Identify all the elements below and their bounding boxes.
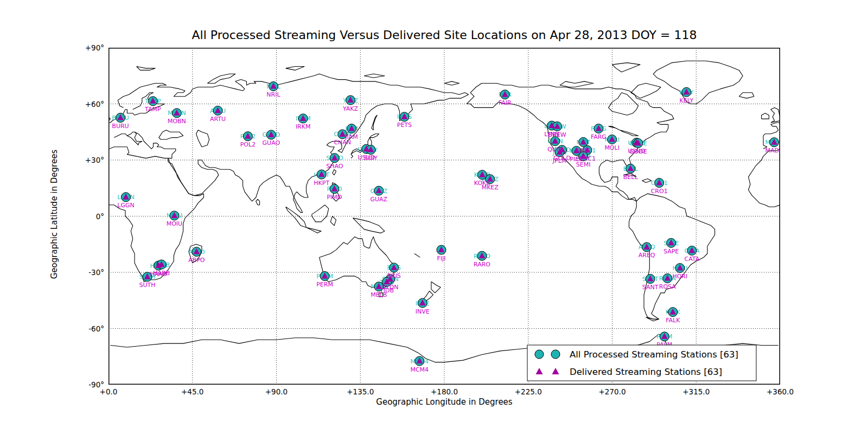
station-label-magenta-MKEZ: MKEZ [482, 184, 499, 191]
legend-entry-label: Delivered Streaming Stations [63] [570, 367, 722, 377]
y-tick: +30° [72, 156, 104, 164]
station-label-magenta-NIST: NIST [577, 147, 590, 154]
station-label-magenta-AREQ: AREQ [639, 252, 655, 259]
station-label-magenta-GODE: GODE [629, 148, 647, 155]
y-tick: 0° [72, 212, 104, 221]
station-label-magenta-PERM: PERM [316, 281, 333, 288]
y-tick: -60° [72, 324, 104, 333]
station-label-magenta-PIMO: PIMO [327, 194, 342, 201]
station-label-magenta-BELL: BELL [623, 174, 639, 181]
x-tick: +360.0 [758, 387, 802, 396]
station-label-magenta-SHAO: SHAO [326, 163, 343, 170]
station-label-magenta-BURU: BURU [112, 123, 129, 130]
station-label-magenta-JPLM: JPLM [552, 157, 567, 164]
station-label-magenta-GUAZ: GUAZ [370, 196, 387, 203]
station-label-magenta-MCM4: MCM4 [410, 366, 429, 373]
station-label-magenta-FAIR: FAIR [499, 99, 512, 106]
chart-title: All Processed Streaming Versus Delivered… [108, 28, 780, 42]
x-tick: +45.0 [171, 387, 214, 396]
station-label-magenta-KELY: KELY [680, 97, 694, 104]
station-label-magenta-INVE: INVE [416, 308, 430, 315]
station-label-magenta-MOBN: MOBN [168, 118, 186, 125]
station-label-magenta-GUAO: GUAO [263, 139, 280, 146]
station-label-magenta-IRKM: IRKM [296, 123, 311, 130]
station-label-magenta-HORI: HORI [672, 273, 687, 280]
station-label-magenta-ROSA: ROSA [659, 283, 676, 290]
station-label-magenta-MOIU: MOIU [167, 220, 182, 227]
x-axis-label: Geographic Longitude in Degrees [108, 397, 780, 407]
station-label-magenta-NRIL: NRIL [266, 91, 280, 98]
x-tick: +135.0 [339, 387, 382, 396]
station-label-magenta-CATA: CATA [684, 256, 699, 263]
station-label-magenta-LGGN: LGGN [117, 202, 134, 209]
station-label-magenta-SUTH: SUTH [139, 282, 156, 289]
station-label-magenta-QUIN: QUIN [547, 146, 563, 153]
station-label-magenta-MADR: MADR [765, 147, 780, 154]
station-label-magenta-MOLI: MOLI [604, 144, 620, 151]
station-label-magenta-MELB: MELB [371, 291, 387, 298]
delivered-station-labels: BURUTAMPMOBNARTUPOL2GUAONRILIRKMYAKZPETS… [112, 91, 780, 373]
legend-circle-icon [535, 350, 544, 359]
station-label-magenta-SAPE: SAPE [663, 248, 679, 255]
station-label-magenta-POL2: POL2 [240, 141, 256, 148]
y-tick: +90° [72, 43, 104, 52]
legend-circle-icon [551, 350, 560, 359]
station-label-magenta-SANT: SANT [642, 284, 659, 291]
legend-entry-label: All Processed Streaming Stations [63] [570, 349, 738, 360]
station-label-magenta-ABPO: ABPO [188, 257, 205, 264]
station-label-magenta-SUIY: SUIY [364, 155, 378, 162]
map-plot: BURUTAMPMOBNARTUPOL2GUAONRILIRKMYAKZPETS… [108, 48, 780, 385]
station-label-magenta-RARO: RARO [474, 261, 490, 268]
station-label-magenta-YAKZ: YAKZ [342, 105, 359, 112]
x-tick: +90.0 [255, 387, 298, 396]
station-label-magenta-ARTU: ARTU [210, 116, 226, 123]
x-tick: +180.0 [423, 387, 466, 396]
y-tick: +60° [72, 100, 104, 108]
station-label-magenta-BRIS: BRIS [387, 272, 400, 279]
station-label-magenta-FARG: FARG [591, 133, 607, 141]
station-label-magenta-CRO1: CRO1 [651, 188, 668, 195]
y-tick: -30° [72, 268, 104, 277]
station-label-magenta-SEMI: SEMI [576, 161, 591, 168]
station-label-magenta-HKPT: HKPT [314, 180, 329, 187]
x-tick: +315.0 [674, 387, 718, 396]
y-axis-label: Geographic Latitude in Degrees [49, 46, 59, 382]
station-label-magenta-JIAM: JIAM [344, 133, 358, 141]
station-label-magenta-HARB: HARB [153, 270, 170, 277]
y-tick: -90° [72, 380, 104, 389]
figure: All Processed Streaming Versus Delivered… [0, 0, 868, 434]
station-label-magenta-FALK: FALK [666, 317, 680, 324]
station-label-magenta-FIJI: FIJI [437, 255, 445, 262]
station-label-magenta-BREW: BREW [548, 131, 566, 138]
legend: All Processed Streaming Stations [63]Del… [527, 345, 756, 381]
x-tick: +225.0 [507, 387, 550, 396]
station-label-magenta-PETS: PETS [397, 122, 412, 129]
station-label-magenta-TAMP: TAMP [144, 106, 161, 113]
x-tick: +270.0 [591, 387, 634, 396]
